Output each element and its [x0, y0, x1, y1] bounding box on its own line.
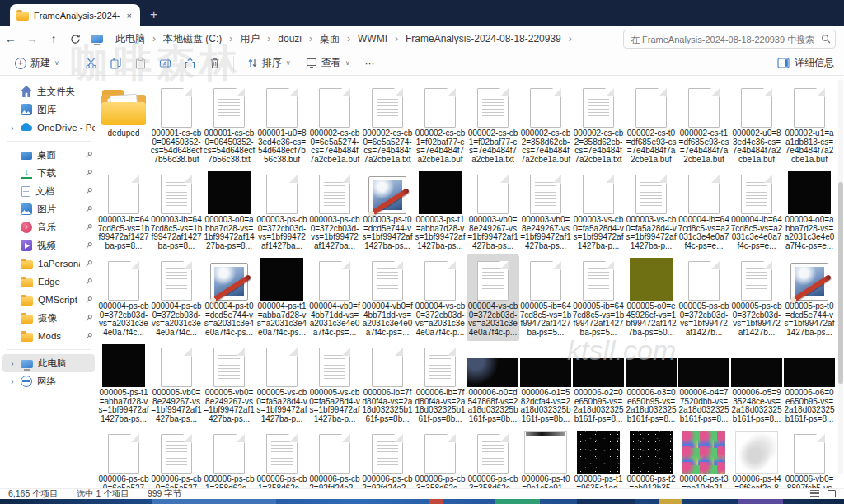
file-item[interactable]: 000003-vs-cb0=fa5a28d4-vs=1bf99472af1427…: [625, 168, 678, 254]
file-item[interactable]: 000006-vb0=8897fcb5-vs=...: [783, 427, 836, 488]
search-input[interactable]: [623, 30, 836, 49]
file-item[interactable]: 000005-ps-t0=dcd5e744-vs=1bf99472af1427b…: [783, 254, 836, 341]
file-item[interactable]: 000004-o0=abba7d28-vs=a2031c3e4e0a7f4c-p…: [783, 168, 836, 254]
file-item[interactable]: 000006-o5=935248ce-vs=2a18d032325b161f-p…: [730, 341, 783, 427]
refresh-button[interactable]: [64, 34, 86, 44]
sidebar-item-主文件夹[interactable]: 主文件夹: [2, 82, 95, 100]
file-item[interactable]: 000005-ib=647cd8c5-vs=1bf99472af1427ba-p…: [572, 254, 625, 341]
breadcrumb-item[interactable]: FrameAnalysis-2024-08-18-220939: [402, 31, 565, 46]
scrollbar-thumb[interactable]: [838, 182, 843, 384]
file-item[interactable]: 000006-ps-cb1=358d62c...: [203, 427, 256, 488]
file-item[interactable]: 000005-vb0=8e249267-vs=1bf99472af1427ba-…: [203, 341, 256, 427]
expander-chevron-icon[interactable]: ›: [9, 124, 16, 133]
delete-button[interactable]: [204, 54, 227, 73]
file-item[interactable]: 000003-ib=647cd8c5-vs=1bf99472af1427ba-p…: [150, 168, 203, 254]
file-item[interactable]: 000002-cs-cb0=6e5a5274-cs=7e4b484f7a2cbe…: [361, 82, 414, 168]
file-item[interactable]: 000005-ps-cb0=372cb03d-vs=1bf99472af1427…: [730, 254, 783, 341]
file-item[interactable]: 000003-ps-cb0=372cb03d-vs=1bf99472af1427…: [308, 168, 361, 254]
file-item[interactable]: 000006-ps-cb2=92fd24e2...: [308, 427, 361, 488]
details-pane-button[interactable]: 详细信息: [777, 56, 834, 70]
folder-item[interactable]: deduped: [97, 82, 150, 168]
file-item[interactable]: 000006-ps-cb1=358d62c...: [256, 427, 308, 488]
file-item[interactable]: 000001-cs-cb0=06450352-cs=54d648ecf7b56c…: [150, 82, 203, 168]
file-item[interactable]: 000002-u1=aa1db813-cs=7e4b484f7a2cbe1a.b…: [783, 82, 836, 168]
sidebar-item-文档[interactable]: 文档: [2, 182, 95, 200]
file-item[interactable]: 000003-vb0=8e249267-vs=1bf99472af1427ba-…: [467, 168, 519, 254]
file-item[interactable]: 000001-u0=83ed4e36-cs=54d648ecf7b56c38.b…: [256, 82, 308, 168]
file-item[interactable]: 000002-cs-cb0=6e5a5274-cs=7e4b484f7a2cbe…: [308, 82, 361, 168]
file-item[interactable]: 000006-ps-cb0=6e5a5274...: [150, 427, 203, 488]
file-item[interactable]: 000006-ps-t1=9635e1ed-v...: [572, 427, 625, 488]
file-item[interactable]: 000004-vs-cb0=372cb03d-vs=a2031c3e4e0a7f…: [467, 254, 519, 341]
breadcrumb-item[interactable]: 本地磁盘 (C:): [160, 30, 225, 48]
file-item[interactable]: 000005-vs-cb0=fa5a28d4-vs=1bf99472af1427…: [256, 341, 308, 427]
file-item[interactable]: 000006-o1=582dcfa4-vs=2a18d032325b161f-p…: [519, 341, 572, 427]
file-item[interactable]: 000002-cs-t0=df685e93-cs=7e4b484f7a2cbe1…: [625, 82, 678, 168]
file-item[interactable]: 000004-ib=647cd8c5-vs=a2031c3e4e0a7f4c-p…: [730, 168, 783, 254]
file-item[interactable]: 000003-vs-cb0=fa5a28d4-vs=1bf99472af1427…: [572, 168, 625, 254]
up-button[interactable]: ↑: [43, 32, 64, 45]
copy-button[interactable]: [105, 54, 128, 73]
file-item[interactable]: 000003-ps-cb0=372cb03d-vs=1bf99472af1427…: [256, 168, 308, 254]
file-item[interactable]: 000003-ps-t0=dcd5e744-vs=1bf99472af1427b…: [361, 168, 414, 254]
file-item[interactable]: 000005-ps-t1=abba7d28-vs=1bf99472af1427b…: [97, 341, 150, 427]
file-item[interactable]: 000004-ps-t0=dcd5e744-vs=a2031c3e4e0a7f4…: [203, 254, 256, 341]
file-item[interactable]: 000005-vb0=8e249267-vs=1bf99472af1427ba-…: [150, 341, 203, 427]
file-item[interactable]: 000004-vb0=f4bb71dd-vs=a2031c3e4e0a7f4c-…: [308, 254, 361, 341]
file-item[interactable]: 000006-o6=0e650b95-vs=2a18d032325b161f-p…: [783, 341, 836, 427]
share-button[interactable]: [179, 54, 202, 73]
explorer-tab[interactable]: FrameAnalysis-2024-08-18-220939 ×: [10, 4, 140, 26]
sidebar-item-图库[interactable]: 图库: [2, 100, 95, 119]
search-icon[interactable]: [821, 34, 831, 44]
sidebar-item-此电脑[interactable]: ›此电脑: [2, 354, 95, 372]
vertical-scrollbar[interactable]: [838, 79, 843, 474]
file-item[interactable]: 000003-ps-t1=abba7d28-vs=1bf99472af1427b…: [414, 168, 467, 254]
file-item[interactable]: 000006-ps-t3=ae10de21-v...: [678, 427, 730, 488]
file-item[interactable]: 000006-ps-t2=ab012b35-v...: [625, 427, 678, 488]
breadcrumb-item[interactable]: 桌面: [316, 30, 343, 48]
file-item[interactable]: 000005-o0=e45926cf-vs=1bf99472af1427ba-p…: [625, 254, 678, 341]
file-item[interactable]: 000005-ib=647cd8c5-vs=1bf99472af1427ba-p…: [519, 254, 572, 341]
details-view-toggle-icon[interactable]: [810, 490, 819, 497]
file-item[interactable]: 000006-ps-cb3=358d62c...: [467, 427, 519, 488]
expander-chevron-icon[interactable]: ›: [9, 359, 16, 368]
sidebar-item-1apersonal-do[interactable]: 1aPersonal-do: [2, 254, 95, 273]
sidebar-item-edge[interactable]: Edge: [2, 273, 95, 291]
file-item[interactable]: 000006-ib=7fd80f4a-vs=2a18d032325b161f-p…: [414, 341, 467, 427]
file-item[interactable]: 000002-cs-t1=df685e93-cs=7e4b484f7a2cbe1…: [678, 82, 730, 168]
paste-button[interactable]: [129, 54, 152, 73]
file-item[interactable]: 000002-cs-cb1=f02baf77-cs=7e4b484f7a2cbe…: [467, 82, 519, 168]
file-item[interactable]: 000002-u0=83ed4e36-cs=7e4b484f7a2cbe1a.b…: [730, 82, 783, 168]
sidebar-item-下载[interactable]: ↓下载: [2, 164, 95, 182]
file-item[interactable]: 000001-cs-cb0=06450352-cs=54d648ecf7b56c…: [203, 82, 256, 168]
sidebar-item-音乐[interactable]: ♪音乐: [2, 218, 95, 236]
file-item[interactable]: 000003-o0=abba7d28-vs=1bf99472af1427ba-p…: [203, 168, 256, 254]
file-item[interactable]: 000003-ib=647cd8c5-vs=1bf99472af1427ba-p…: [97, 168, 150, 254]
file-item[interactable]: 000004-vs-cb0=372cb03d-vs=a2031c3e4e0a7f…: [414, 254, 467, 341]
breadcrumb-item[interactable]: WWMI: [354, 31, 391, 46]
tab-close-icon[interactable]: ×: [125, 11, 134, 21]
cut-button[interactable]: [80, 54, 103, 73]
view-button[interactable]: 查看 ∨: [299, 54, 357, 72]
file-item[interactable]: 000005-ps-cb0=372cb03d-vs=1bf99472af1427…: [678, 254, 730, 341]
large-icons-view-toggle-icon[interactable]: [828, 490, 836, 497]
file-item[interactable]: 000002-cs-cb1=f02baf77-cs=7e4b484f7a2cbe…: [414, 82, 467, 168]
file-item[interactable]: 000004-vb0=f4bb71dd-vs=a2031c3e4e0a7f4c-…: [361, 254, 414, 341]
file-item[interactable]: 000004-ps-cb0=372cb03d-vs=a2031c3e4e0a7f…: [97, 254, 150, 341]
sidebar-item-网络[interactable]: ›网络: [2, 372, 95, 390]
sidebar-item-图片[interactable]: 图片: [2, 200, 95, 218]
file-item[interactable]: 000006-ib=7fd80f4a-vs=2a18d032325b161f-p…: [361, 341, 414, 427]
file-item[interactable]: 000006-o3=0e650b95-vs=2a18d032325b161f-p…: [625, 341, 678, 427]
file-item[interactable]: 000006-ps-t4=9f6eaf2e-8c...: [730, 427, 783, 488]
file-item[interactable]: 000004-ps-cb0=372cb03d-vs=a2031c3e4e0a7f…: [150, 254, 203, 341]
sidebar-item-摄像[interactable]: 摄像: [2, 309, 95, 327]
file-item[interactable]: 000006-o4=77520dbb-vs=2a18d032325b161f-p…: [678, 341, 730, 427]
sort-button[interactable]: 排序 ∨: [241, 54, 298, 72]
file-item[interactable]: 000006-o0=d547868f-vs=2a18d032325b161f-p…: [467, 341, 519, 427]
sidebar-item-qmscript[interactable]: QMScript: [2, 291, 95, 309]
more-button[interactable]: ···: [359, 55, 382, 72]
file-item[interactable]: 000003-vb0=8e249267-vs=1bf99472af1427ba-…: [519, 168, 572, 254]
file-item[interactable]: 000006-ps-cb0=6e5a5274...: [97, 427, 150, 488]
file-item[interactable]: 000005-vs-cb0=fa5a28d4-vs=1bf99472af1427…: [308, 341, 361, 427]
breadcrumb-item[interactable]: douzi: [274, 31, 305, 46]
